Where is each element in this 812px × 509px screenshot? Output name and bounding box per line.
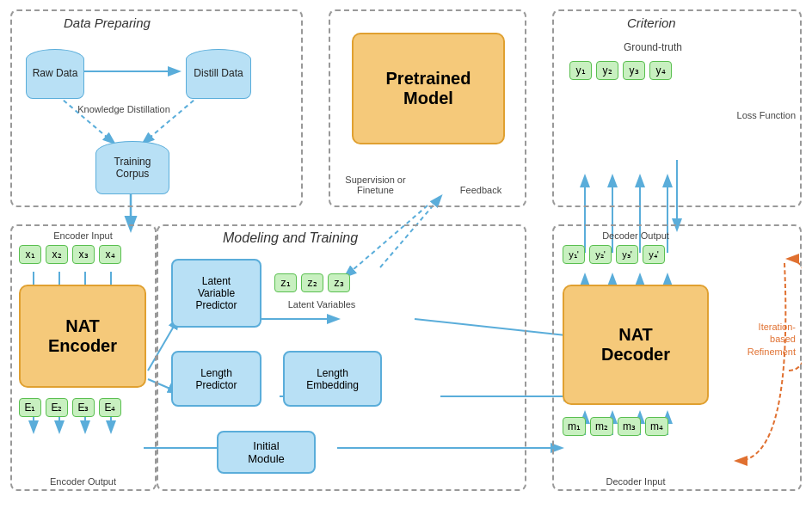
ground-truth-label: Ground-truth <box>601 41 704 53</box>
input-x4: x₄ <box>99 245 121 264</box>
latent-labels: z₁ z₂ z₃ <box>274 273 350 292</box>
output-e1: E₁ <box>19 398 41 417</box>
iteration-refinement-text: Iteration- based Refinement <box>731 321 796 358</box>
decoder-section: Decoder Output y₁' y₂' y₃' y₄' NAT Decod… <box>552 224 802 491</box>
training-corpus-cylinder: TrainingCorpus <box>94 138 171 197</box>
pretrained-section: Pretrained Model Supervision or Finetune… <box>329 9 526 207</box>
latent-variable-predictor-box: Latent Variable Predictor <box>171 259 261 328</box>
input-x2: x₂ <box>46 245 68 264</box>
feedback-label: Feedback <box>442 185 520 195</box>
length-embedding-box: Length Embedding <box>283 351 382 407</box>
gt-y3: y₃ <box>623 61 645 80</box>
encoder-input-labels: x₁ x₂ x₃ x₄ <box>19 245 121 264</box>
output-e4: E₄ <box>99 398 121 417</box>
output-yp3: y₃' <box>616 245 638 264</box>
modeling-section: Modeling and Training Latent Variable Pr… <box>157 224 526 491</box>
supervision-label: Supervision or Finetune <box>335 175 416 195</box>
output-yp2: y₂' <box>589 245 612 264</box>
decoder-output-labels: y₁' y₂' y₃' y₄' <box>563 245 665 264</box>
length-predictor-box: Length Predictor <box>171 351 261 407</box>
initial-module-box: Initial Module <box>217 431 316 474</box>
latent-z1: z₁ <box>274 273 297 292</box>
encoder-output-labels: E₁ E₂ E₃ E₄ <box>19 398 121 417</box>
input-m1: m₁ <box>563 417 586 436</box>
decoder-input-label: Decoder Input <box>567 476 704 487</box>
modeling-title: Modeling and Training <box>223 230 358 246</box>
output-yp4: y₄' <box>643 245 665 264</box>
data-preparing-section: Data Preparing Raw Data Distill Data Kno… <box>10 9 303 207</box>
input-m2: m₂ <box>590 417 613 436</box>
output-yp1: y₁' <box>563 245 585 264</box>
output-e3: E₃ <box>72 398 95 417</box>
input-m4: m₄ <box>645 417 668 436</box>
latent-z3: z₃ <box>328 273 350 292</box>
input-x1: x₁ <box>19 245 41 264</box>
decoder-input-labels: m₁ m₂ m₃ m₄ <box>563 417 668 436</box>
encoder-output-label: Encoder Output <box>21 476 145 487</box>
pretrained-model-box: Pretrained Model <box>352 33 505 144</box>
distill-data-cylinder: Distill Data <box>184 46 253 101</box>
data-preparing-title: Data Preparing <box>64 15 151 30</box>
nat-encoder-box: NAT Encoder <box>19 285 146 388</box>
raw-data-cylinder: Raw Data <box>25 46 85 101</box>
encoder-input-label: Encoder Input <box>21 230 145 241</box>
decoder-output-label: Decoder Output <box>567 230 704 241</box>
gt-y1: y₁ <box>569 61 592 80</box>
input-x3: x₃ <box>72 245 95 264</box>
criterion-title: Criterion <box>627 15 676 30</box>
output-e2: E₂ <box>46 398 68 417</box>
knowledge-distillation-label: Knowledge Distillation <box>68 104 180 114</box>
gt-y2: y₂ <box>596 61 618 80</box>
input-m3: m₃ <box>618 417 641 436</box>
encoder-section: Encoder Input x₁ x₂ x₃ x₄ NAT Encoder E₁… <box>10 224 157 491</box>
nat-decoder-box: NAT Decoder <box>563 285 709 405</box>
criterion-section: Criterion Ground-truth y₁ y₂ y₃ y₄ Loss … <box>552 9 802 207</box>
latent-variables-text: Latent Variables <box>270 299 373 310</box>
gt-y4: y₄ <box>649 61 672 80</box>
latent-z2: z₂ <box>301 273 323 292</box>
ground-truth-labels: y₁ y₂ y₃ y₄ <box>569 61 672 80</box>
loss-function-label: Loss Function <box>710 110 796 120</box>
